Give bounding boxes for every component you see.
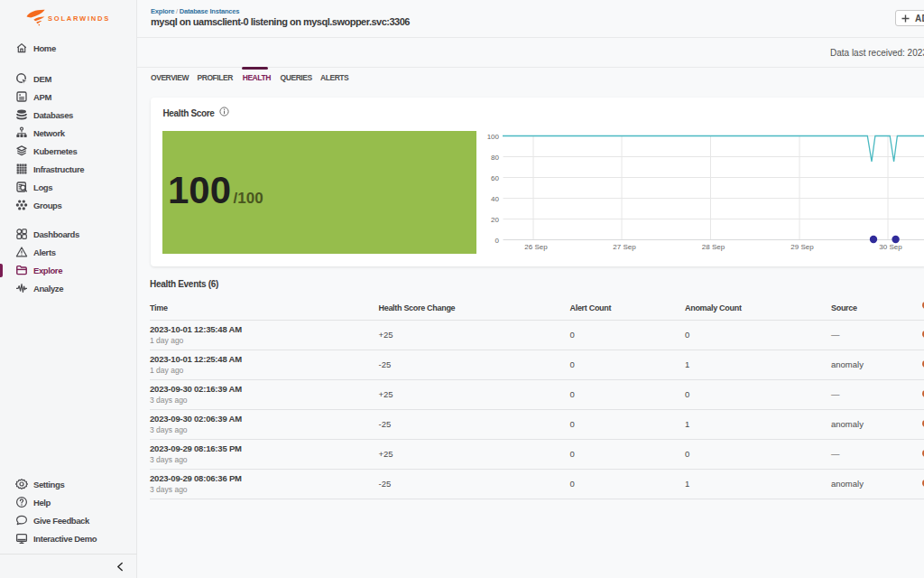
svg-text:60: 60 bbox=[491, 174, 499, 182]
svg-text:28 Sep: 28 Sep bbox=[702, 243, 725, 251]
svg-text:80: 80 bbox=[491, 154, 499, 162]
svg-text:20: 20 bbox=[491, 216, 499, 224]
svg-text:26 Sep: 26 Sep bbox=[524, 243, 548, 251]
svg-text:40: 40 bbox=[491, 195, 499, 203]
svg-text:100: 100 bbox=[487, 133, 500, 141]
svg-text:27 Sep: 27 Sep bbox=[613, 243, 636, 251]
svg-text:SOLARWINDS: SOLARWINDS bbox=[48, 14, 110, 23]
svg-text:29 Sep: 29 Sep bbox=[790, 243, 814, 251]
svg-text:0: 0 bbox=[495, 237, 500, 245]
svg-text:30 Sep: 30 Sep bbox=[879, 243, 902, 251]
